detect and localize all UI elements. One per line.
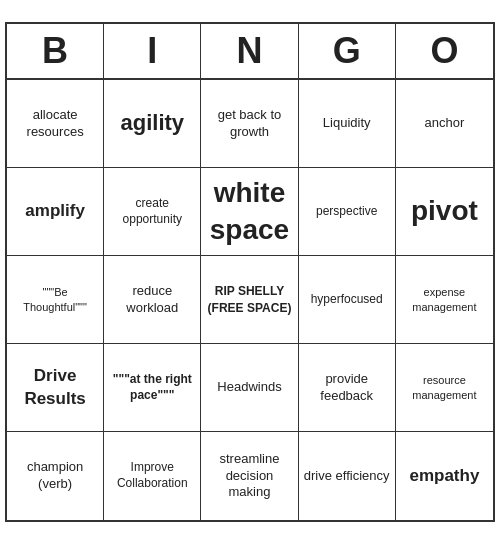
- cell-4: anchor: [396, 80, 493, 168]
- header-n: N: [201, 24, 298, 78]
- cell-3: Liquidity: [299, 80, 396, 168]
- cell-10: """Be Thoughtful""": [7, 256, 104, 344]
- cell-24: empathy: [396, 432, 493, 520]
- cell-5: amplify: [7, 168, 104, 256]
- cell-13: hyperfocused: [299, 256, 396, 344]
- cell-16: """at the right pace""": [104, 344, 201, 432]
- cell-2: get back to growth: [201, 80, 298, 168]
- cell-9: pivot: [396, 168, 493, 256]
- cell-18: provide feedback: [299, 344, 396, 432]
- cell-14: expense management: [396, 256, 493, 344]
- cell-12-free: RIP SHELLY (FREE SPACE): [201, 256, 298, 344]
- cell-7: white space: [201, 168, 298, 256]
- bingo-card: B I N G O allocate resources agility get…: [5, 22, 495, 522]
- cell-17: Headwinds: [201, 344, 298, 432]
- cell-8: perspective: [299, 168, 396, 256]
- cell-21: Improve Collaboration: [104, 432, 201, 520]
- cell-19: resource management: [396, 344, 493, 432]
- cell-20: champion (verb): [7, 432, 104, 520]
- header-b: B: [7, 24, 104, 78]
- cell-11: reduce workload: [104, 256, 201, 344]
- header-i: I: [104, 24, 201, 78]
- header-g: G: [299, 24, 396, 78]
- bingo-grid: allocate resources agility get back to g…: [7, 80, 493, 520]
- cell-15: Drive Results: [7, 344, 104, 432]
- header-o: O: [396, 24, 493, 78]
- cell-0: allocate resources: [7, 80, 104, 168]
- cell-22: streamline decision making: [201, 432, 298, 520]
- cell-1: agility: [104, 80, 201, 168]
- cell-6: create opportunity: [104, 168, 201, 256]
- cell-23: drive efficiency: [299, 432, 396, 520]
- bingo-header: B I N G O: [7, 24, 493, 80]
